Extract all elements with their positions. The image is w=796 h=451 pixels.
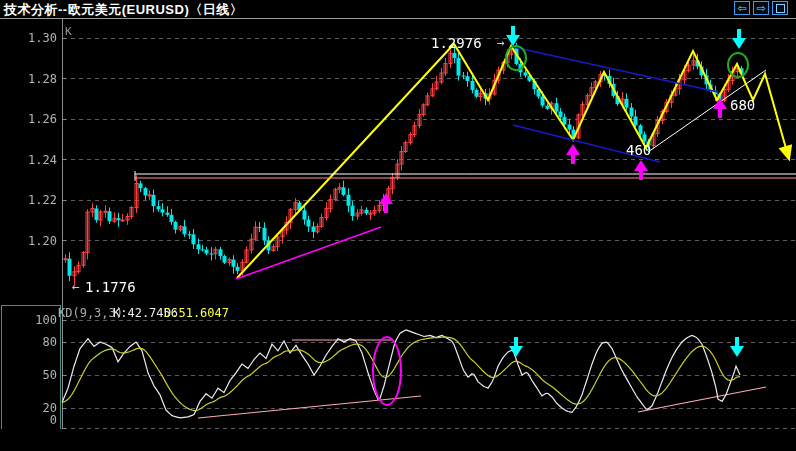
buy-signal-arrow-3: [634, 160, 648, 180]
price-axis-label: 1.26: [1, 112, 57, 126]
kd-axis-label: 0: [1, 413, 57, 427]
window-mode-button[interactable]: [772, 1, 788, 15]
scroll-left-button[interactable]: ⇦: [734, 1, 750, 15]
scroll-right-button[interactable]: ⇨: [753, 1, 769, 15]
window-box-icon: [776, 4, 785, 13]
kd-sell-arrow-1: [509, 337, 523, 357]
title-bar: 技术分析--欧元美元(EURUSD)〈日线〉: [0, 0, 796, 19]
peak-arrow-glyph: →: [497, 35, 505, 50]
buy-signal-arrow-2: [566, 144, 580, 164]
terminal-window: 技术分析--欧元美元(EURUSD)〈日线〉 ⇦ ⇨ 1.301.281.261…: [0, 0, 796, 451]
sell-signal-arrow-2: [732, 29, 746, 49]
kd-highlight-ellipse: [372, 336, 402, 406]
kd-d-value: D:51.6047: [164, 306, 229, 320]
top-highlight-ellipse-1: [505, 45, 527, 71]
price-axis-label: 1.28: [1, 72, 57, 86]
level-460-label: 460: [626, 142, 651, 158]
top-highlight-ellipse-2: [727, 52, 749, 78]
level-680-label: 680: [730, 97, 755, 113]
low-arrow-glyph: ←: [72, 279, 80, 294]
price-axis-label: 1.20: [1, 234, 57, 248]
kd-axis-label: 50: [1, 368, 57, 382]
window-title: 技术分析--欧元美元(EURUSD)〈日线〉: [4, 1, 243, 19]
x-axis-bar: 日线 20060102030405060708: [0, 429, 796, 451]
low-price-label: 1.1776: [85, 279, 136, 295]
price-axis-label: 1.24: [1, 153, 57, 167]
price-axis-label: 1.30: [1, 31, 57, 45]
sell-signal-arrow-1: [506, 26, 520, 46]
buy-signal-arrow-1: [379, 193, 393, 213]
peak-price-label: 1.2976: [431, 35, 482, 51]
buy-signal-arrow-4: [713, 98, 727, 118]
kd-axis-label: 100: [1, 313, 57, 327]
kd-axis-label: 80: [1, 335, 57, 349]
corner-k-label: K: [65, 25, 72, 38]
price-axis-label: 1.22: [1, 193, 57, 207]
nav-button-group: ⇦ ⇨: [734, 1, 788, 15]
kd-sell-arrow-2: [730, 337, 744, 357]
